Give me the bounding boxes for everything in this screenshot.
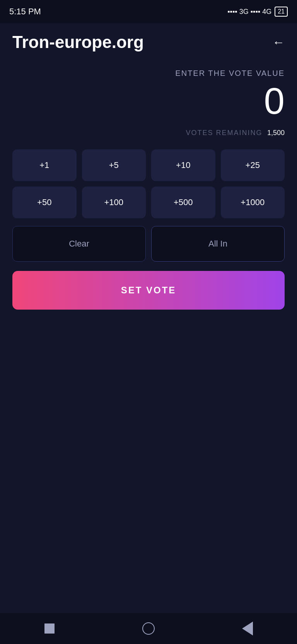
increment-btn-50[interactable]: +50	[12, 187, 77, 218]
status-bar: 5:15 PM ▪▪▪▪ 3G ▪▪▪▪ 4G 21	[0, 0, 297, 23]
bottom-nav	[0, 613, 297, 644]
increment-btn-25[interactable]: +25	[221, 149, 285, 181]
increment-btn-1000[interactable]: +1000	[221, 187, 285, 218]
status-time: 5:15 PM	[9, 7, 41, 17]
back-button[interactable]: ←	[272, 35, 285, 50]
increment-buttons-grid: +1 +5 +10 +25 +50 +100 +500 +1000	[12, 149, 285, 218]
increment-btn-1[interactable]: +1	[12, 149, 77, 181]
increment-btn-10[interactable]: +10	[151, 149, 215, 181]
increment-btn-100[interactable]: +100	[82, 187, 146, 218]
home-icon	[142, 622, 155, 635]
all-in-button[interactable]: All In	[151, 226, 285, 262]
current-vote-value: 0	[12, 82, 285, 120]
votes-remaining-value: 1,500	[267, 129, 285, 137]
votes-remaining-row: VOTES REMAINING 1,500	[12, 129, 285, 137]
nav-stop-button[interactable]	[43, 622, 56, 635]
main-content: ENTER THE VOTE VALUE 0 VOTES REMAINING 1…	[0, 61, 297, 613]
votes-remaining-label: VOTES REMAINING	[186, 129, 262, 137]
set-vote-button[interactable]: SET VOTE	[12, 271, 285, 310]
header: Tron-europe.org ←	[0, 23, 297, 61]
page-title: Tron-europe.org	[12, 33, 144, 52]
network-indicator: ▪▪▪▪ 3G ▪▪▪▪ 4G	[227, 8, 271, 16]
battery-indicator: 21	[275, 7, 288, 17]
status-icons: ▪▪▪▪ 3G ▪▪▪▪ 4G 21	[227, 7, 288, 17]
action-buttons-row: Clear All In	[12, 226, 285, 262]
increment-btn-5[interactable]: +5	[82, 149, 146, 181]
vote-value-label: ENTER THE VOTE VALUE	[12, 69, 285, 78]
back-icon	[242, 622, 253, 635]
increment-btn-500[interactable]: +500	[151, 187, 215, 218]
clear-button[interactable]: Clear	[12, 226, 146, 262]
stop-icon	[44, 623, 55, 634]
nav-back-button[interactable]	[241, 622, 254, 635]
nav-home-button[interactable]	[142, 622, 155, 635]
